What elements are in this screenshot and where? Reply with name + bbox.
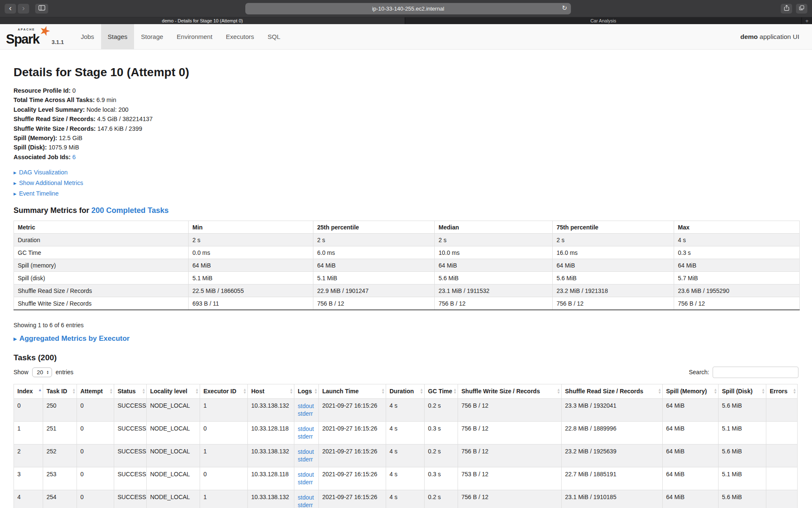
- detail-locality-level-summary: Locality Level Summary: Node local: 200: [14, 105, 799, 114]
- metric-value: 64 MiB: [674, 259, 800, 272]
- stdout-link[interactable]: stdout: [298, 471, 315, 478]
- spark-logo: APACHE ★ Spark: [5, 24, 49, 49]
- cell-task-id: 251: [43, 421, 77, 444]
- col-attempt[interactable]: Attempt▴▾: [77, 384, 114, 398]
- collapsible-toggles: ▶DAG Visualization▶Show Additional Metri…: [14, 167, 799, 199]
- col-host[interactable]: Host▴▾: [248, 384, 294, 398]
- detail-label: Associated Job Ids:: [14, 154, 71, 160]
- apache-label: APACHE: [18, 28, 35, 31]
- tab-storage[interactable]: Storage: [134, 24, 170, 49]
- sidebar-toggle-button[interactable]: [35, 4, 48, 14]
- cell-executor-id: 0: [200, 467, 248, 490]
- metric-value: 22.5 MiB / 1866055: [189, 284, 313, 297]
- stderr-link[interactable]: stderr: [298, 501, 315, 508]
- cell-shuffle-read: 23.2 MiB / 1925639: [562, 444, 663, 467]
- col-spill-disk[interactable]: Spill (Disk)▴▾: [719, 384, 766, 398]
- col-index[interactable]: Index▴▾: [14, 384, 43, 398]
- detail-resource-profile-id: Resource Profile Id: 0: [14, 86, 799, 95]
- browser-tab-inactive[interactable]: Car Analysis: [405, 17, 801, 24]
- browser-tab-active[interactable]: demo - Details for Stage 10 (Attempt 0): [0, 17, 405, 24]
- sort-icon: ▴▾: [454, 388, 456, 394]
- detail-label: Resource Profile Id:: [14, 87, 71, 94]
- stderr-link[interactable]: stderr: [298, 478, 315, 486]
- cell-launch-time: 2021-09-27 16:15:26: [319, 421, 386, 444]
- cell-logs: stdoutstderr: [294, 467, 319, 490]
- spark-star-icon: ★: [37, 22, 52, 40]
- sort-icon: ▴▾: [244, 388, 246, 394]
- tab-sql[interactable]: SQL: [261, 24, 287, 49]
- cell-attempt: 0: [77, 490, 114, 508]
- cell-spill-disk: 5.6 MiB: [719, 490, 766, 508]
- cell-gc-time: 0.2 s: [425, 490, 458, 508]
- completed-tasks-link[interactable]: 200 Completed Tasks: [91, 206, 169, 215]
- col-duration[interactable]: Duration▴▾: [386, 384, 425, 398]
- cell-spill-disk: 5.1 MiB: [719, 421, 766, 444]
- cell-host: 10.33.128.118: [248, 421, 294, 444]
- col-errors[interactable]: Errors▴▾: [766, 384, 798, 398]
- metric-value: 0.3 s: [674, 246, 800, 259]
- stdout-link[interactable]: stdout: [298, 402, 315, 410]
- stdout-link[interactable]: stdout: [298, 425, 315, 433]
- chevron-right-icon: ▶: [14, 189, 16, 199]
- detail-value[interactable]: 6: [72, 154, 76, 160]
- col-shuffle-write-size-records[interactable]: Shuffle Write Size / Records▴▾: [458, 384, 562, 398]
- new-tab-button[interactable]: +: [801, 17, 812, 24]
- col-executor-id[interactable]: Executor ID▴▾: [200, 384, 248, 398]
- tab-environment[interactable]: Environment: [170, 24, 219, 49]
- detail-value: Node local: 200: [86, 106, 128, 113]
- col-shuffle-read-size-records[interactable]: Shuffle Read Size / Records▴▾: [562, 384, 663, 398]
- metric-value: 64 MiB: [313, 259, 435, 272]
- metric-value: 23.1 MiB / 1911532: [435, 284, 553, 297]
- address-bar[interactable]: ip-10-33-140-255.ec2.internal ↻: [245, 3, 571, 14]
- share-button[interactable]: [781, 4, 792, 14]
- metric-value: 5.7 MiB: [674, 272, 800, 284]
- aggregated-metrics-toggle[interactable]: ▶Aggregated Metrics by Executor: [14, 334, 799, 343]
- stderr-link[interactable]: stderr: [298, 410, 315, 417]
- cell-host: 10.33.138.132: [248, 444, 294, 467]
- page-size-select[interactable]: 20 ▴▾: [32, 367, 52, 377]
- browser-tab-bar: demo - Details for Stage 10 (Attempt 0) …: [0, 17, 812, 24]
- reload-button[interactable]: ↻: [562, 4, 567, 12]
- col-label: Duration: [390, 388, 414, 395]
- metric-value: 0.0 ms: [189, 246, 313, 259]
- col-status[interactable]: Status▴▾: [114, 384, 147, 398]
- stdout-link[interactable]: stdout: [298, 448, 315, 456]
- cell-attempt: 0: [77, 467, 114, 490]
- search-input[interactable]: [713, 367, 798, 378]
- tab-overview-button[interactable]: [796, 4, 807, 14]
- cell-launch-time: 2021-09-27 16:15:26: [319, 467, 386, 490]
- forward-button[interactable]: ›: [18, 4, 29, 14]
- stderr-link[interactable]: stderr: [298, 433, 315, 440]
- toggle-show-additional-metrics[interactable]: ▶Show Additional Metrics: [14, 178, 799, 188]
- metric-value: 693 B / 11: [189, 297, 313, 310]
- stderr-link[interactable]: stderr: [298, 456, 315, 463]
- back-button[interactable]: ‹: [5, 4, 16, 14]
- cell-attempt: 0: [77, 398, 114, 421]
- stdout-link[interactable]: stdout: [298, 494, 315, 501]
- toggle-dag-visualization[interactable]: ▶DAG Visualization: [14, 167, 799, 178]
- screen: ‹ › ip-10-33-140-255.ec2.internal ↻: [0, 0, 812, 508]
- cell-shuffle-read: 22.8 MiB / 1889996: [562, 421, 663, 444]
- metric-value: 6.0 ms: [313, 246, 435, 259]
- detail-spill-disk: Spill (Disk): 1075.9 MiB: [14, 143, 799, 152]
- cell-duration: 4 s: [386, 490, 425, 508]
- col-task-id[interactable]: Task ID▴▾: [43, 384, 77, 398]
- col-gc-time[interactable]: GC Time▴▾: [425, 384, 458, 398]
- cell-duration: 4 s: [386, 444, 425, 467]
- col-logs[interactable]: Logs▴▾: [294, 384, 319, 398]
- col-spill-memory[interactable]: Spill (Memory)▴▾: [663, 384, 719, 398]
- detail-spill-memory: Spill (Memory): 12.5 GiB: [14, 133, 799, 143]
- tab-stages[interactable]: Stages: [101, 24, 134, 49]
- tab-jobs[interactable]: Jobs: [74, 24, 101, 49]
- summary-col-median: Median: [435, 221, 553, 234]
- col-locality-level[interactable]: Locality level▴▾: [147, 384, 200, 398]
- toggle-event-timeline[interactable]: ▶Event Timeline: [14, 188, 799, 199]
- cell-task-id: 254: [43, 490, 77, 508]
- col-label: Attempt: [80, 388, 103, 395]
- cell-executor-id: 1: [200, 398, 248, 421]
- detail-label: Shuffle Read Size / Records:: [14, 116, 96, 122]
- tab-executors[interactable]: Executors: [219, 24, 261, 49]
- col-launch-time[interactable]: Launch Time▴▾: [319, 384, 386, 398]
- col-label: Spill (Memory): [666, 388, 707, 395]
- sort-icon: ▴▾: [110, 388, 112, 394]
